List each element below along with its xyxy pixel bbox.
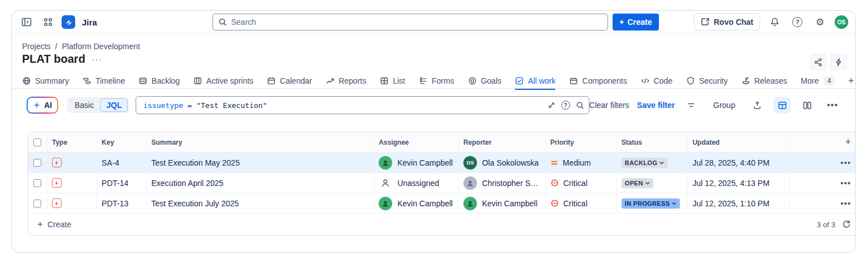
tab-timeline[interactable]: Timeline [83,73,125,89]
status-dropdown[interactable]: OPEN [622,178,653,188]
help-button[interactable]: ? [789,14,805,30]
create-button[interactable]: + Create [613,14,659,31]
table-view-icon [778,101,787,110]
reporter-name[interactable]: Christopher Sko... [482,179,541,188]
tab-all-work[interactable]: All work [515,73,555,89]
board-more-menu-button[interactable]: ··· [92,54,102,64]
tab-summary[interactable]: Summary [22,73,69,89]
rovo-chat-button[interactable]: Rovo Chat [694,14,760,31]
issue-summary[interactable]: Execution April 2025 [151,179,224,188]
column-header-assignee[interactable]: Assignee [374,132,459,152]
assignee-name[interactable]: Kevin Campbell [397,158,453,167]
automation-button[interactable] [830,54,847,71]
assignee-name[interactable]: Kevin Campbell [397,199,453,208]
filter-toolbar: AI Basic JQL issuetype = "Test Execution… [27,96,841,115]
chart-icon [326,76,335,85]
detail-view-toggle[interactable] [798,97,815,114]
issue-key[interactable]: PDT-14 [102,179,128,188]
reporter-name[interactable]: Ola Sokolowska [482,158,539,167]
group-button[interactable]: Group [708,98,741,112]
sort-button[interactable] [683,97,700,114]
toolbar-more-button[interactable]: ••• [823,98,841,112]
export-button[interactable] [749,97,766,114]
priority-label[interactable]: Critical [563,179,588,188]
column-header-type[interactable]: Type [47,132,97,152]
row-actions-button[interactable]: ••• [840,178,851,188]
priority-label[interactable]: Medium [563,158,591,167]
tab-components[interactable]: Components [569,73,627,89]
jira-logo[interactable] [62,15,75,29]
user-avatar[interactable]: OS [835,15,848,29]
refresh-icon[interactable] [842,220,851,229]
status-dropdown[interactable]: BACKLOG [622,158,668,168]
row-checkbox[interactable] [33,179,41,187]
tab-list[interactable]: List [380,73,405,89]
add-tab-button[interactable]: + [848,75,854,87]
tab-label: Releases [754,76,787,85]
clear-filters-button[interactable]: Clear filters [589,101,630,110]
add-column-button[interactable]: + [845,136,851,148]
tab-reports[interactable]: Reports [326,73,366,89]
breadcrumb-project-name[interactable]: Platform Development [62,42,140,51]
table-row[interactable]: SA-4 Test Execution May 2025 Kevin Campb… [28,153,856,173]
column-header-priority[interactable]: Priority [546,132,617,152]
ai-filter-button[interactable]: AI [27,97,58,114]
row-checkbox[interactable] [33,159,41,167]
priority-label[interactable]: Critical [563,199,588,208]
assignee-name[interactable]: Unassigned [397,179,439,188]
column-header-summary[interactable]: Summary [147,132,374,152]
assignee-avatar [379,156,392,170]
issue-summary[interactable]: Test Execution July 2025 [151,199,239,208]
reporter-name[interactable]: Kevin Campbell [482,199,537,208]
issue-key[interactable]: PDT-13 [102,199,128,208]
test-execution-type-icon[interactable] [52,158,62,167]
app-switcher-button[interactable] [40,14,56,30]
test-execution-type-icon[interactable] [52,198,62,208]
save-filter-button[interactable]: Save filter [637,101,675,110]
tab-more[interactable]: More 4 [801,73,835,89]
chevron-down-icon [645,181,650,185]
jira-window: Jira + Create Rovo Chat [11,10,856,253]
column-header-key[interactable]: Key [97,132,147,152]
status-dropdown[interactable]: IN PROGRESS [622,198,680,209]
issue-summary[interactable]: Test Execution May 2025 [151,158,240,167]
breadcrumb-projects[interactable]: Projects [22,42,51,51]
forms-icon [419,76,428,85]
row-actions-button[interactable]: ••• [840,198,851,208]
issue-key[interactable]: SA-4 [102,158,119,167]
test-execution-type-icon[interactable] [52,178,62,188]
assignee-avatar [379,197,392,210]
table-row[interactable]: PDT-14 Execution April 2025 Unassigned C… [28,173,856,193]
jql-mode-button[interactable]: JQL [100,98,128,112]
lightning-icon [834,58,843,67]
basic-mode-button[interactable]: Basic [68,98,100,112]
tab-calendar[interactable]: Calendar [267,73,312,89]
column-header-updated[interactable]: Updated [688,132,789,152]
global-search-input[interactable] [212,14,608,31]
chevron-down-icon [659,161,664,165]
tab-security[interactable]: Security [686,73,728,89]
tab-active-sprints[interactable]: Active sprints [193,73,253,89]
collapse-sidebar-button[interactable] [19,14,34,30]
table-view-toggle[interactable] [774,97,791,114]
run-query-search-icon[interactable] [576,101,584,110]
tab-releases[interactable]: Releases [741,73,787,89]
jql-query-input[interactable]: issuetype = "Test Execution" ? [136,96,589,114]
tab-forms[interactable]: Forms [419,73,454,89]
notifications-button[interactable] [767,14,783,30]
expand-query-icon[interactable] [548,101,555,109]
column-header-status[interactable]: Status [617,132,688,152]
share-button[interactable] [810,54,827,71]
tab-code[interactable]: Code [641,73,672,89]
table-row[interactable]: PDT-13 Test Execution July 2025 Kevin Ca… [28,193,856,214]
select-all-checkbox[interactable] [33,139,41,146]
tab-backlog[interactable]: Backlog [138,73,180,89]
column-header-reporter[interactable]: Reporter [459,132,546,152]
tab-label: Backlog [151,76,180,85]
inline-create-button[interactable]: + Create [37,219,71,230]
settings-button[interactable]: ⚙ [812,14,828,30]
tab-goals[interactable]: Goals [468,73,502,89]
row-actions-button[interactable]: ••• [840,158,851,167]
jql-help-icon[interactable]: ? [561,101,570,110]
row-checkbox[interactable] [33,200,41,207]
